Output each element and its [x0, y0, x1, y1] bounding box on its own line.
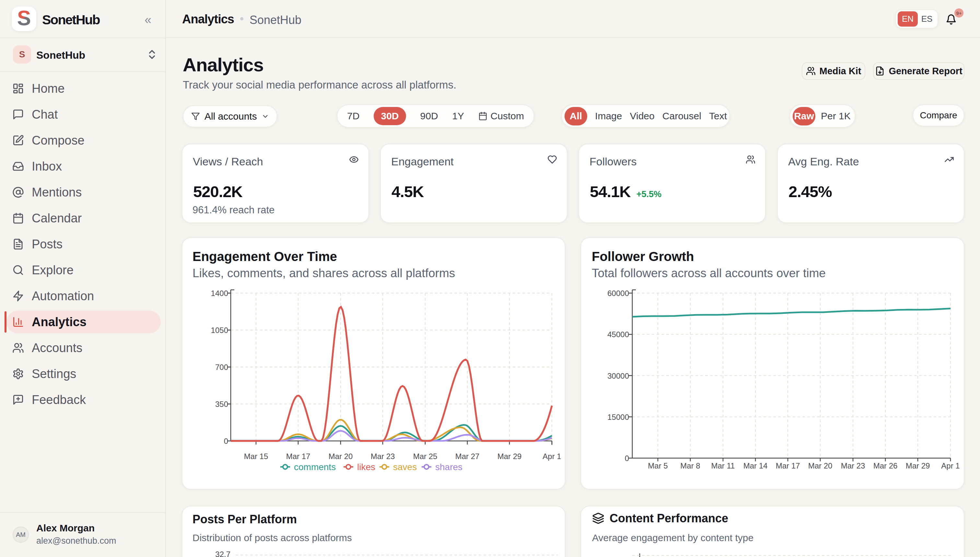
svg-text:shares: shares	[435, 462, 462, 472]
svg-text:likes: likes	[357, 462, 375, 472]
svg-text:Mar 23: Mar 23	[841, 461, 865, 470]
svg-text:700: 700	[215, 363, 228, 371]
svg-text:1050: 1050	[211, 326, 228, 335]
svg-text:1400: 1400	[211, 289, 228, 298]
svg-text:Apr 1: Apr 1	[941, 461, 960, 470]
svg-text:60000: 60000	[607, 289, 629, 298]
svg-text:Mar 29: Mar 29	[906, 461, 930, 470]
svg-text:Mar 23: Mar 23	[371, 452, 395, 461]
svg-text:Mar 20: Mar 20	[328, 452, 353, 461]
svg-text:15000: 15000	[607, 413, 629, 422]
svg-text:saves: saves	[393, 462, 417, 472]
svg-text:0: 0	[625, 454, 629, 463]
svg-text:Apr 1: Apr 1	[543, 452, 561, 461]
svg-text:350: 350	[215, 400, 228, 409]
svg-text:Mar 25: Mar 25	[413, 452, 437, 461]
svg-text:30000: 30000	[607, 371, 629, 380]
svg-text:Mar 17: Mar 17	[286, 452, 310, 461]
svg-text:Mar 14: Mar 14	[743, 461, 768, 470]
svg-text:Mar 27: Mar 27	[455, 452, 479, 461]
svg-text:Mar 20: Mar 20	[808, 461, 832, 470]
svg-text:Mar 17: Mar 17	[776, 461, 800, 470]
svg-text:45000: 45000	[607, 330, 629, 339]
svg-text:Mar 8: Mar 8	[680, 461, 700, 470]
svg-text:comments: comments	[294, 462, 336, 472]
svg-text:Mar 5: Mar 5	[648, 461, 668, 470]
svg-text:32.7: 32.7	[215, 550, 231, 557]
svg-text:Mar 15: Mar 15	[244, 452, 268, 461]
svg-text:Mar 11: Mar 11	[711, 461, 735, 470]
svg-text:Mar 29: Mar 29	[497, 452, 522, 461]
svg-text:Mar 26: Mar 26	[873, 461, 898, 470]
